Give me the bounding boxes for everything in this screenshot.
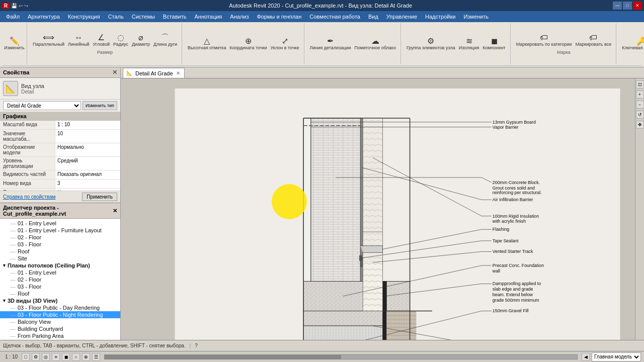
menu-massing[interactable]: Формы и генплан — [253, 13, 305, 21]
close-button[interactable]: ✕ — [633, 2, 642, 10]
help-icon[interactable]: ? — [195, 343, 198, 348]
view-icon-2[interactable]: ⚙ — [32, 353, 40, 361]
tool-keynote[interactable]: 🔑 Ключевая пометка — [620, 36, 644, 51]
revit-logo[interactable]: R — [2, 3, 10, 9]
tree-dash-icon: — — [10, 220, 16, 226]
minimize-button[interactable]: — — [613, 2, 622, 10]
properties-close-button[interactable]: ✕ — [112, 69, 117, 76]
left-panel: Свойства ✕ 📐 Вид узла Detail Detail At G… — [0, 67, 121, 340]
tree-item-label: 03 - Floor Public - Night Rendering — [18, 312, 103, 318]
menu-insert[interactable]: Вставить — [159, 13, 191, 21]
apply-button[interactable]: Применить — [82, 193, 117, 201]
tree-item[interactable]: —Site — [0, 255, 120, 262]
spin-button[interactable]: ↺ — [636, 111, 644, 119]
menu-systems[interactable]: Системы — [128, 13, 159, 21]
view-tools-panel: ⊡ + − ↺ ✥ — [635, 78, 644, 340]
tree-item[interactable]: —Balcony View — [0, 318, 120, 325]
menu-annotation[interactable]: Аннотация — [191, 13, 226, 21]
menu-steel[interactable]: Сталь — [104, 13, 128, 21]
tree-item[interactable]: —01 - Entry Level — [0, 220, 120, 227]
tree-item[interactable]: —01 - Entry Level - Furniture Layout — [0, 227, 120, 234]
browser-title: Диспетчер проекта - Cut_profile_example.… — [3, 205, 113, 217]
tool-angular[interactable]: ∠ Угловой — [92, 33, 111, 48]
svg-text:grade 500mm minimum: grade 500mm minimum — [493, 298, 539, 303]
tool-parallel[interactable]: ⟺ Параллельный — [31, 33, 66, 48]
tree-item[interactable]: —{3D} — [0, 339, 120, 340]
tree-item[interactable]: —02 - Floor — [0, 234, 120, 241]
menu-file[interactable]: Файл — [2, 13, 24, 21]
tree-item[interactable]: —03 - Floor — [0, 241, 120, 248]
zoom-out-button[interactable]: − — [636, 101, 644, 109]
tool-diameter[interactable]: ⌀ Диаметр — [130, 33, 151, 48]
menu-manage[interactable]: Управление — [382, 13, 421, 21]
tree-item[interactable]: —Building Courtyard — [0, 325, 120, 332]
tool-detail-line[interactable]: ✒ Линия детализации — [308, 36, 353, 51]
tab-icon: 📐 — [126, 70, 132, 76]
quick-access-undo[interactable]: ↩ — [19, 3, 23, 9]
tree-item[interactable]: —From Parking Area — [0, 332, 120, 339]
tool-arc[interactable]: ⌒ Длина дуги — [152, 33, 179, 48]
menu-structure[interactable]: Конструкция — [64, 13, 104, 21]
tree-dash-icon: — — [10, 291, 16, 297]
tool-tag-by-category[interactable]: 🏷 Маркировать по категории — [515, 33, 574, 48]
maximize-button[interactable]: □ — [623, 2, 632, 10]
tree-dash-icon: — — [10, 319, 16, 325]
view-icon-4[interactable]: ≡ — [52, 353, 60, 361]
model-selector[interactable]: Главная модель — [592, 352, 641, 361]
tree-item-label: 03 - Floor — [18, 284, 41, 290]
edit-type-button[interactable]: Изменить тип — [83, 101, 117, 110]
view-icon-5[interactable]: ◼ — [62, 353, 70, 361]
properties-help-link[interactable]: Справка по свойствам — [3, 194, 55, 200]
tool-elevation-mark[interactable]: △ Высотная отметка — [186, 36, 227, 51]
menu-analyze[interactable]: Анализ — [226, 13, 253, 21]
menu-view[interactable]: Вид — [364, 13, 382, 21]
canvas-area[interactable]: 13mm Gypsum Board Vapor Barrier 200mm Co… — [121, 78, 644, 340]
tree-item[interactable]: ▼3D виды (3D View) — [0, 297, 120, 304]
pan-button[interactable]: ✥ — [636, 121, 644, 129]
menu-modify[interactable]: Изменить — [459, 13, 493, 21]
menu-addins[interactable]: Надстройки — [421, 13, 459, 21]
quick-access-save[interactable]: 💾 — [11, 3, 17, 9]
tree-dash-icon: — — [10, 333, 16, 339]
tree-item[interactable]: —03 - Floor — [0, 283, 120, 290]
tree-item[interactable]: —03 - Floor Public - Night Rendering — [0, 311, 120, 318]
property-type-selector[interactable]: Detail At Grade — [3, 101, 81, 110]
tool-component[interactable]: ◼ Компонент — [481, 36, 507, 51]
svg-text:Tape Sealant: Tape Sealant — [493, 238, 519, 243]
properties-title: Свойства — [3, 69, 29, 75]
zoom-in-button[interactable]: + — [636, 90, 644, 99]
prop-input-scale[interactable] — [57, 122, 118, 127]
tool-slope[interactable]: ⤢ Уклон в точке — [269, 36, 301, 51]
tree-item[interactable]: ▼Планы потолков (Ceiling Plan) — [0, 262, 120, 269]
tree-item[interactable]: —03 - Floor Public - Day Rendering — [0, 304, 120, 311]
view-icon-7[interactable]: ⊕ — [82, 353, 90, 361]
tree-item[interactable]: —Roof — [0, 248, 120, 255]
view-icon-8[interactable]: ☰ — [92, 353, 100, 361]
view-icon-3[interactable]: ◎ — [42, 353, 50, 361]
tab-close-button[interactable]: ✕ — [176, 70, 180, 76]
view-icon-6[interactable]: ○ — [72, 353, 80, 361]
view-icon-1[interactable]: □ — [22, 353, 30, 361]
tool-revision-cloud[interactable]: ☁ Пометочное облако — [353, 36, 397, 51]
tree-item-label: Roof — [18, 248, 29, 254]
tool-group-elements[interactable]: ⚙ Группа элементов узла — [405, 36, 457, 51]
menu-architecture[interactable]: Архитектура — [24, 13, 64, 21]
tool-linear[interactable]: ↔ Линейный — [66, 33, 91, 48]
tree-item[interactable]: —02 - Floor — [0, 276, 120, 283]
tool-modify[interactable]: ✏️ Изменить — [3, 36, 26, 51]
tool-radius[interactable]: ◌ Радиус — [112, 33, 130, 48]
tool-coord-point[interactable]: ⊕ Координата точки — [228, 36, 268, 51]
property-type-label: Вид узла — [21, 83, 44, 89]
scroll-left-button[interactable]: ◀ — [582, 353, 590, 361]
quick-access-redo[interactable]: ↪ — [24, 3, 28, 9]
tree-item[interactable]: —01 - Entry Level — [0, 269, 120, 276]
tool-tag-all[interactable]: 🏷 Маркировать все — [574, 33, 613, 48]
menu-collaborate[interactable]: Совместная работа — [305, 13, 364, 21]
browser-close-button[interactable]: ✕ — [113, 208, 117, 214]
tool-insulation[interactable]: ≋ Изоляция — [457, 36, 480, 51]
property-selector-row: Detail At Grade Изменить тип — [0, 100, 120, 112]
zoom-to-fit-button[interactable]: ⊡ — [636, 80, 644, 88]
tab-detail-at-grade[interactable]: 📐 Detail At Grade ✕ — [123, 68, 185, 78]
tree-item[interactable]: —Roof — [0, 290, 120, 297]
properties-group-header: Графика — [0, 112, 120, 121]
